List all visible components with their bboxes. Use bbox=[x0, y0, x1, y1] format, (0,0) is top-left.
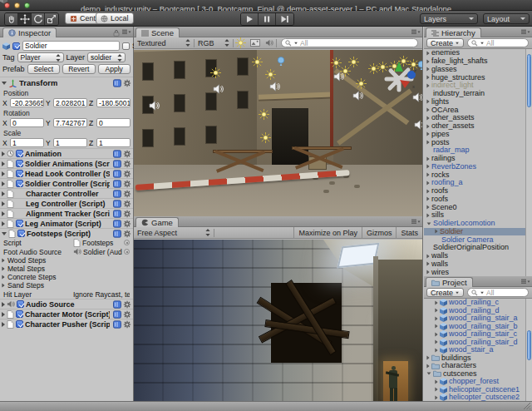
lighting-toggle-icon[interactable] bbox=[234, 37, 248, 48]
disclosure-triangle-icon[interactable] bbox=[426, 254, 429, 258]
name-field[interactable] bbox=[22, 41, 120, 51]
tab-inspector[interactable]: Inspector bbox=[2, 27, 57, 37]
component-header[interactable]: Alignment Tracker (Script) bbox=[0, 208, 133, 218]
scale-z-field[interactable]: 1 bbox=[96, 138, 131, 147]
gear-icon[interactable] bbox=[123, 150, 131, 158]
footsteps-group[interactable]: Wood Steps bbox=[0, 256, 133, 265]
scrollbar-thumb[interactable] bbox=[527, 54, 531, 107]
disclosure-triangle-icon[interactable] bbox=[435, 309, 437, 313]
component-header[interactable]: Animation bbox=[0, 148, 133, 158]
help-book-icon[interactable] bbox=[113, 300, 121, 309]
component-header[interactable]: Leg Controller (Script) bbox=[0, 198, 133, 208]
gear-icon[interactable] bbox=[123, 310, 131, 319]
component-header[interactable]: Character Controller bbox=[0, 188, 133, 198]
scene-axis-gizmo[interactable]: zx bbox=[380, 60, 418, 98]
tab-project[interactable]: Project bbox=[426, 277, 473, 287]
help-book-icon[interactable] bbox=[113, 170, 121, 178]
hierarchy-search-input[interactable]: All bbox=[467, 38, 529, 47]
disclosure-triangle-icon[interactable] bbox=[2, 151, 5, 156]
hierarchy-item[interactable]: pipes bbox=[424, 131, 525, 139]
panel-menu-icon[interactable] bbox=[122, 29, 131, 35]
component-enabled-checkbox[interactable] bbox=[16, 150, 23, 157]
skybox-toggle-icon[interactable] bbox=[248, 39, 262, 47]
hierarchy-scrollbar[interactable] bbox=[525, 49, 532, 276]
scene-viewport[interactable]: zx bbox=[134, 50, 422, 216]
hierarchy-item[interactable]: Soldier bbox=[424, 228, 525, 236]
disclosure-triangle-icon[interactable] bbox=[435, 388, 437, 392]
disclosure-triangle-icon[interactable] bbox=[435, 316, 437, 320]
game-viewport[interactable] bbox=[134, 240, 422, 401]
scene-search-input[interactable]: All bbox=[281, 38, 418, 47]
disclosure-triangle-icon[interactable] bbox=[2, 259, 4, 263]
disclosure-triangle-icon[interactable] bbox=[426, 116, 429, 120]
layers-dropdown[interactable]: Layers bbox=[420, 13, 478, 24]
disclosure-triangle-icon[interactable] bbox=[2, 221, 5, 226]
create-button[interactable]: Create bbox=[426, 38, 464, 47]
component-enabled-checkbox[interactable] bbox=[16, 220, 23, 227]
panel-menu-icon[interactable] bbox=[521, 29, 530, 35]
gear-icon[interactable] bbox=[123, 190, 131, 198]
disclosure-triangle-icon[interactable] bbox=[2, 161, 5, 166]
disclosure-triangle-icon[interactable] bbox=[426, 100, 429, 104]
panel-menu-icon[interactable] bbox=[411, 219, 421, 225]
component-enabled-checkbox[interactable] bbox=[17, 300, 24, 308]
help-book-icon[interactable] bbox=[113, 320, 121, 329]
component-enabled-checkbox[interactable] bbox=[16, 310, 23, 318]
disclosure-triangle-icon[interactable] bbox=[426, 141, 429, 145]
disclosure-triangle-icon[interactable] bbox=[426, 262, 429, 266]
disclosure-triangle-icon[interactable] bbox=[435, 348, 437, 352]
component-enabled-checkbox[interactable] bbox=[16, 180, 23, 187]
hierarchy-item[interactable]: ReverbZones bbox=[424, 163, 525, 171]
gear-icon[interactable] bbox=[123, 79, 131, 87]
disclosure-triangle-icon[interactable] bbox=[435, 340, 437, 344]
disclosure-triangle-icon[interactable] bbox=[435, 395, 437, 399]
play-button[interactable] bbox=[241, 13, 259, 25]
disclosure-triangle-icon[interactable] bbox=[426, 206, 429, 210]
move-tool-icon[interactable] bbox=[18, 13, 32, 25]
disclosure-triangle-icon[interactable] bbox=[435, 379, 437, 384]
transform-header[interactable]: Transform bbox=[0, 77, 133, 88]
position-x-field[interactable]: -20.23665 bbox=[10, 98, 44, 107]
help-book-icon[interactable] bbox=[113, 150, 121, 158]
prefab-revert-button[interactable]: Revert bbox=[62, 64, 95, 74]
draw-mode-dropdown[interactable]: Textured bbox=[134, 39, 194, 47]
hand-tool-icon[interactable] bbox=[5, 13, 18, 25]
light-gizmo-icon[interactable] bbox=[259, 109, 269, 120]
render-mode-dropdown[interactable]: RGB bbox=[195, 39, 233, 47]
footsteps-group[interactable]: Metal Steps bbox=[0, 265, 133, 273]
tab-scene[interactable]: Scene bbox=[135, 27, 180, 37]
help-book-icon[interactable] bbox=[113, 210, 121, 218]
disclosure-triangle-icon[interactable] bbox=[2, 284, 4, 288]
active-checkbox[interactable] bbox=[12, 42, 20, 50]
disclosure-triangle-icon[interactable] bbox=[2, 312, 5, 317]
panel-menu-icon[interactable] bbox=[521, 279, 530, 285]
pause-button[interactable] bbox=[259, 13, 276, 25]
scale-x-field[interactable]: 1 bbox=[10, 138, 44, 147]
stats-button[interactable]: Stats bbox=[396, 227, 422, 239]
disclosure-triangle-icon[interactable] bbox=[426, 76, 429, 80]
hit-layer-dropdown[interactable]: Ignore Raycast, terrai bbox=[73, 290, 130, 299]
step-button[interactable] bbox=[276, 13, 293, 25]
project-search-input[interactable]: All bbox=[467, 288, 529, 297]
lock-icon[interactable] bbox=[113, 29, 120, 37]
light-gizmo-icon[interactable] bbox=[356, 78, 367, 89]
help-book-icon[interactable] bbox=[113, 220, 121, 228]
light-gizmo-icon[interactable] bbox=[210, 67, 221, 78]
component-header[interactable]: Leg Animator (Script) bbox=[0, 218, 133, 228]
scale-y-field[interactable]: 1 bbox=[53, 138, 87, 147]
gizmos-button[interactable]: Gizmos bbox=[362, 227, 397, 239]
position-y-field[interactable]: 2.028201 bbox=[53, 98, 87, 107]
disclosure-triangle-icon[interactable] bbox=[2, 82, 7, 85]
help-book-icon[interactable] bbox=[113, 230, 121, 238]
disclosure-triangle-icon[interactable] bbox=[427, 222, 431, 225]
component-header[interactable]: Soldier Animations (Script) bbox=[0, 158, 133, 168]
hierarchy-item[interactable]: walls bbox=[424, 260, 525, 269]
component-enabled-checkbox[interactable] bbox=[16, 170, 23, 177]
scale-tool-icon[interactable] bbox=[45, 13, 58, 25]
disclosure-triangle-icon[interactable] bbox=[426, 83, 429, 87]
rotation-x-field[interactable]: 0 bbox=[10, 118, 44, 127]
prefab-select-button[interactable]: Select bbox=[27, 64, 60, 74]
maximize-on-play-button[interactable]: Maximize on Play bbox=[293, 227, 362, 239]
rotation-y-field[interactable]: 7.742767 bbox=[53, 118, 87, 127]
gear-icon[interactable] bbox=[123, 210, 131, 218]
